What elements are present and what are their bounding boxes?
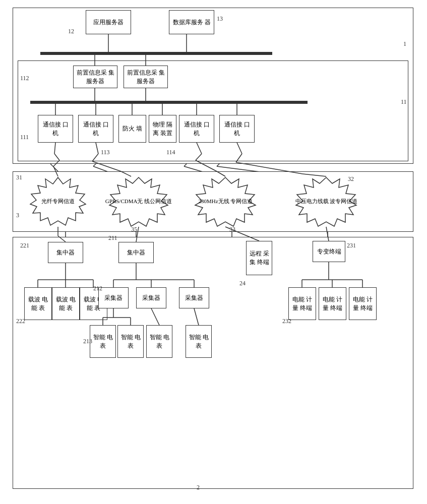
label-221: 221 (20, 242, 29, 249)
energy3-box: 电能 计量 终端 (349, 287, 377, 320)
energy1-box: 电能 计量 终端 (288, 287, 316, 320)
label-222: 222 (16, 318, 25, 325)
label-32: 32 (348, 175, 354, 183)
diagram-container: 1 11 应用服务器 12 数据库服务 器 13 前置信息采 集服务器 112 … (0, 0, 427, 504)
optical-fiber-channel: 光纤专网信道 (25, 176, 91, 227)
label-231: 231 (347, 242, 356, 249)
label-31: 31 (16, 174, 22, 181)
label-114: 114 (166, 149, 175, 156)
zone11-label: 11 (401, 98, 407, 106)
app-server-box: 应用服务器 (86, 10, 131, 34)
label-111: 111 (20, 134, 29, 141)
smart3-box: 智能 电表 (146, 325, 172, 358)
label-24: 24 (239, 280, 246, 287)
special-terminal-box: 专变终端 (313, 241, 345, 262)
carrier1-box: 载波 电能 表 (24, 287, 52, 320)
label-113: 113 (101, 149, 110, 156)
zone1-label: 1 (403, 40, 406, 48)
firewall-box: 防火 墙 (118, 115, 146, 143)
db-server-box: 数据库服务 器 (169, 10, 214, 34)
zone2-label: 2 (197, 484, 200, 491)
mhz-channel: 230MHz无线 专网信道 (189, 176, 262, 227)
label-232: 232 (282, 318, 291, 325)
label-35: 35 (131, 226, 137, 233)
comm2-box: 通信接 口机 (78, 115, 113, 143)
comm3-box: 通信接 口机 (179, 115, 214, 143)
label-112: 112 (20, 75, 29, 82)
concentrator2-box: 集中器 (118, 242, 154, 263)
label-33: 33 (229, 226, 235, 233)
info-server1-box: 前置信息采 集服务器 (73, 66, 117, 88)
carrier2-box: 载波 电能 表 (52, 287, 80, 320)
bus-bar-2 (30, 101, 308, 104)
comm4-box: 通信接 口机 (219, 115, 255, 143)
medium-voltage-channel: 中压电力线载 波专网信道 (290, 176, 363, 227)
concentrator1-box: 集中器 (48, 242, 83, 263)
smart4-box: 智能 电表 (186, 325, 212, 358)
label-13: 13 (217, 15, 223, 23)
label-211: 211 (108, 234, 117, 242)
physical-isolation-box: 物理 隔离 装置 (149, 115, 176, 143)
bus-bar-1 (40, 52, 272, 55)
collector2-box: 采集器 (136, 287, 166, 308)
label-12: 12 (68, 28, 74, 35)
smart1-box: 智能 电表 (90, 325, 116, 358)
collector1-box: 采集器 (98, 287, 129, 308)
gprs-channel: GPRS/CDMA无 线公网信道 (103, 176, 174, 227)
zone2-box (13, 237, 413, 489)
label-212: 212 (93, 285, 102, 292)
zone3-label: 3 (16, 212, 19, 219)
remote-box: 远程 采集 终端 (246, 241, 272, 275)
smart2-box: 智能 电表 (117, 325, 144, 358)
comm1-box: 通信接 口机 (38, 115, 73, 143)
info-server2-box: 前置信息采 集服务器 (124, 66, 168, 88)
energy2-box: 电能 计量 终端 (319, 287, 346, 320)
collector3-box: 采集器 (179, 287, 209, 308)
label-213: 213 (83, 338, 92, 345)
